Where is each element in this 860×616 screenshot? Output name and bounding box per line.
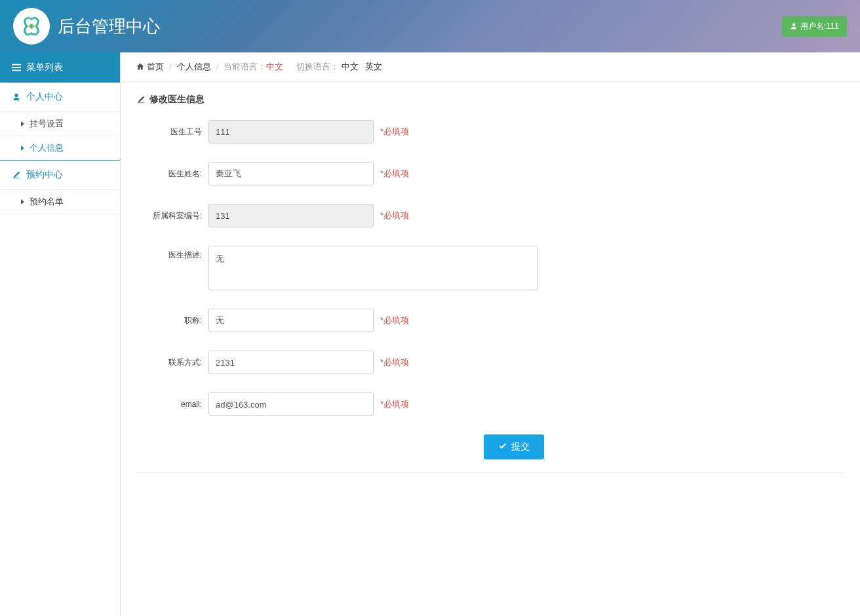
svg-rect-2 xyxy=(12,70,21,71)
home-icon xyxy=(136,63,144,71)
required-hint: *必填项 xyxy=(380,210,409,221)
logo-icon xyxy=(20,14,43,38)
lang-en-link[interactable]: 英文 xyxy=(365,61,382,73)
list-icon xyxy=(12,63,21,72)
textarea-doctor-desc[interactable]: 无 xyxy=(208,246,538,290)
input-doctor-name[interactable] xyxy=(208,162,374,185)
edit-icon xyxy=(136,95,146,104)
app-header: 后台管理中心 用户名:111 xyxy=(0,0,860,52)
breadcrumb-home[interactable]: 首页 xyxy=(147,61,164,73)
submit-label: 提交 xyxy=(511,441,530,453)
menu-title: 菜单列表 xyxy=(26,62,63,73)
caret-icon xyxy=(21,121,24,126)
current-lang: 中文 xyxy=(266,61,283,73)
required-hint: *必填项 xyxy=(380,398,409,410)
label-title: 职称: xyxy=(136,315,202,326)
breadcrumb-sep: / xyxy=(169,62,172,72)
label-doctor-id: 医生工号 xyxy=(136,126,202,138)
sidebar-section-personal[interactable]: 个人中心 xyxy=(0,83,120,112)
submit-button[interactable]: 提交 xyxy=(484,434,544,459)
sidebar-item-label: 挂号设置 xyxy=(29,118,64,130)
svg-rect-0 xyxy=(12,64,21,66)
user-badge[interactable]: 用户名:111 xyxy=(782,16,847,37)
edit-form: 医生工号 *必填项 医生姓名: *必填项 所属科室编号: *必填项 医生描述: … xyxy=(121,113,860,493)
sidebar-section-appointment[interactable]: 预约中心 xyxy=(0,161,120,190)
sidebar: 菜单列表 个人中心 挂号设置 个人信息 预约中心 预约名单 xyxy=(0,52,121,616)
user-icon xyxy=(790,22,798,30)
label-doctor-desc: 医生描述: xyxy=(136,246,202,261)
switch-lang-label: 切换语言： xyxy=(296,61,339,73)
sidebar-item-personal-info[interactable]: 个人信息 xyxy=(0,136,120,161)
user-label: 用户名:111 xyxy=(800,21,839,32)
input-dept-code xyxy=(208,204,374,227)
breadcrumb: 首页 / 个人信息 / 当前语言： 中文 切换语言： 中文 英文 xyxy=(121,52,860,82)
main-content: 首页 / 个人信息 / 当前语言： 中文 切换语言： 中文 英文 修改医生信息 … xyxy=(121,52,860,616)
input-title[interactable] xyxy=(208,309,374,332)
input-doctor-id xyxy=(208,120,374,144)
svg-rect-1 xyxy=(12,67,21,68)
breadcrumb-page[interactable]: 个人信息 xyxy=(177,61,211,73)
label-contact: 联系方式: xyxy=(136,357,202,368)
panel-header: 修改医生信息 xyxy=(121,82,860,113)
row-doctor-desc: 医生描述: 无 xyxy=(136,246,844,290)
user-icon xyxy=(12,92,21,102)
row-doctor-name: 医生姓名: *必填项 xyxy=(136,162,844,185)
required-hint: *必填项 xyxy=(380,168,409,180)
breadcrumb-sep: / xyxy=(216,62,219,72)
required-hint: *必填项 xyxy=(380,126,409,138)
label-email: email: xyxy=(136,400,202,409)
app-title: 后台管理中心 xyxy=(58,15,160,38)
lang-cn-link[interactable]: 中文 xyxy=(342,61,359,73)
required-hint: *必填项 xyxy=(380,356,409,368)
caret-icon xyxy=(21,199,24,204)
sidebar-item-register-settings[interactable]: 挂号设置 xyxy=(0,112,120,136)
sidebar-item-label: 个人信息 xyxy=(29,142,64,154)
current-lang-label: 当前语言： xyxy=(224,61,266,73)
sidebar-item-appointment-list[interactable]: 预约名单 xyxy=(0,190,120,214)
menu-header: 菜单列表 xyxy=(0,52,120,83)
app-logo xyxy=(13,8,50,45)
row-doctor-id: 医生工号 *必填项 xyxy=(136,120,844,144)
section-label: 个人中心 xyxy=(26,91,63,103)
required-hint: *必填项 xyxy=(380,315,409,326)
input-contact[interactable] xyxy=(208,351,374,374)
panel-title: 修改医生信息 xyxy=(149,94,205,106)
check-icon xyxy=(498,442,507,452)
row-contact: 联系方式: *必填项 xyxy=(136,351,844,374)
main-container: 菜单列表 个人中心 挂号设置 个人信息 预约中心 预约名单 首页 / xyxy=(0,52,860,616)
caret-icon xyxy=(21,145,24,151)
row-dept-code: 所属科室编号: *必填项 xyxy=(136,204,844,227)
header-left: 后台管理中心 xyxy=(13,8,160,45)
section-label: 预约中心 xyxy=(26,169,63,181)
row-email: email: *必填项 xyxy=(136,393,844,416)
row-title: 职称: *必填项 xyxy=(136,309,844,332)
submit-row: 提交 xyxy=(136,434,844,459)
sidebar-item-label: 预约名单 xyxy=(29,196,64,208)
label-doctor-name: 医生姓名: xyxy=(136,168,202,180)
edit-icon xyxy=(12,170,21,180)
input-email[interactable] xyxy=(208,393,374,416)
label-dept-code: 所属科室编号: xyxy=(136,210,202,221)
divider xyxy=(136,472,844,473)
